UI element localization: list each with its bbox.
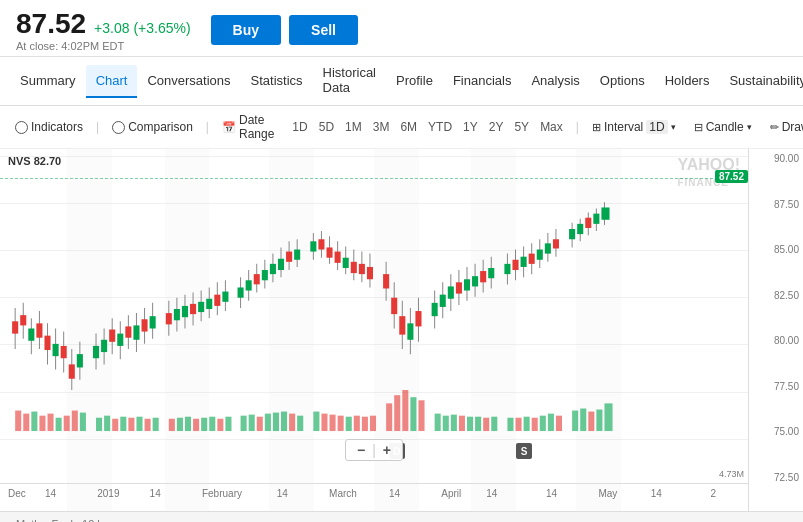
zoom-controls: − | + bbox=[345, 439, 403, 461]
svg-rect-194 bbox=[580, 408, 586, 431]
svg-rect-135 bbox=[39, 416, 45, 431]
range-1d[interactable]: 1D bbox=[287, 119, 312, 135]
buy-sell-buttons: Buy Sell bbox=[211, 15, 358, 45]
svg-rect-179 bbox=[443, 416, 449, 431]
svg-rect-53 bbox=[246, 280, 252, 290]
svg-rect-164 bbox=[297, 416, 303, 431]
svg-rect-176 bbox=[410, 397, 416, 431]
y-label-90: 90.00 bbox=[753, 153, 799, 164]
draw-btn[interactable]: ✏ Draw bbox=[765, 118, 803, 136]
svg-rect-5 bbox=[28, 328, 34, 340]
svg-rect-192 bbox=[556, 416, 562, 431]
tab-financials[interactable]: Financials bbox=[443, 65, 522, 98]
svg-rect-140 bbox=[80, 413, 86, 431]
svg-rect-67 bbox=[310, 241, 316, 251]
range-ytd[interactable]: YTD bbox=[423, 119, 457, 135]
y-axis: 90.00 87.50 85.00 82.50 80.00 77.50 75.0… bbox=[748, 149, 803, 511]
nav-tabs: Summary Chart Conversations Statistics H… bbox=[0, 57, 803, 106]
tab-analysis[interactable]: Analysis bbox=[521, 65, 589, 98]
toolbar: Indicators | Comparison | 📅 Date Range 1… bbox=[0, 106, 803, 149]
price-change: +3.08 (+3.65%) bbox=[94, 20, 191, 36]
svg-rect-107 bbox=[488, 268, 494, 278]
chart-main[interactable]: YAHOO!FINANCE NVS 82.70 87.52 bbox=[0, 149, 748, 511]
tab-statistics[interactable]: Statistics bbox=[241, 65, 313, 98]
range-3m[interactable]: 3M bbox=[368, 119, 395, 135]
draw-icon: ✏ bbox=[770, 121, 779, 134]
svg-rect-87 bbox=[399, 316, 405, 334]
svg-rect-103 bbox=[472, 276, 478, 286]
candlestick-chart bbox=[0, 149, 748, 457]
svg-rect-91 bbox=[415, 311, 421, 326]
range-max[interactable]: Max bbox=[535, 119, 568, 135]
tab-profile[interactable]: Profile bbox=[386, 65, 443, 98]
tab-conversations[interactable]: Conversations bbox=[137, 65, 240, 98]
date-range-btn[interactable]: 📅 Date Range bbox=[217, 111, 279, 143]
x-label-14d: 14 bbox=[389, 488, 400, 499]
svg-rect-161 bbox=[273, 413, 279, 431]
svg-rect-144 bbox=[120, 417, 126, 431]
svg-rect-13 bbox=[61, 346, 67, 358]
comparison-btn[interactable]: Comparison bbox=[107, 118, 198, 136]
svg-rect-174 bbox=[394, 395, 400, 431]
range-6m[interactable]: 6M bbox=[395, 119, 422, 135]
svg-rect-39 bbox=[182, 306, 188, 317]
svg-rect-155 bbox=[217, 419, 223, 431]
svg-rect-142 bbox=[104, 416, 110, 431]
svg-rect-181 bbox=[459, 416, 465, 431]
tab-options[interactable]: Options bbox=[590, 65, 655, 98]
svg-rect-97 bbox=[448, 286, 454, 298]
svg-rect-43 bbox=[198, 302, 204, 312]
zoom-plus-btn[interactable]: + bbox=[380, 442, 394, 458]
svg-rect-169 bbox=[346, 417, 352, 431]
svg-rect-95 bbox=[440, 295, 446, 307]
x-label-14a: 14 bbox=[45, 488, 56, 499]
tab-summary[interactable]: Summary bbox=[10, 65, 86, 98]
indicators-btn[interactable]: Indicators bbox=[10, 118, 88, 136]
svg-rect-41 bbox=[190, 304, 196, 314]
svg-rect-33 bbox=[150, 316, 156, 328]
svg-rect-187 bbox=[516, 418, 522, 431]
tab-historical[interactable]: Historical Data bbox=[313, 57, 386, 105]
svg-rect-151 bbox=[185, 417, 191, 431]
buy-button[interactable]: Buy bbox=[211, 15, 281, 45]
svg-rect-156 bbox=[225, 417, 231, 431]
y-label-725: 72.50 bbox=[753, 472, 799, 483]
svg-rect-17 bbox=[77, 354, 83, 367]
tab-sustainability[interactable]: Sustainability bbox=[719, 65, 803, 98]
svg-rect-21 bbox=[101, 340, 107, 352]
marker-s: S bbox=[516, 443, 532, 459]
svg-rect-146 bbox=[136, 417, 142, 431]
svg-rect-117 bbox=[537, 250, 543, 260]
interval-btn[interactable]: ⊞ Interval 1D ▾ bbox=[587, 118, 681, 136]
interval-icon: ⊞ bbox=[592, 121, 601, 134]
range-5d[interactable]: 5D bbox=[314, 119, 339, 135]
svg-rect-159 bbox=[257, 417, 263, 431]
x-label-14f: 14 bbox=[546, 488, 557, 499]
sell-button[interactable]: Sell bbox=[289, 15, 358, 45]
svg-rect-148 bbox=[153, 418, 159, 431]
svg-rect-59 bbox=[270, 264, 276, 274]
svg-rect-125 bbox=[577, 224, 583, 234]
svg-rect-121 bbox=[553, 239, 559, 248]
range-1y[interactable]: 1Y bbox=[458, 119, 483, 135]
tab-holders[interactable]: Holders bbox=[655, 65, 720, 98]
candle-btn[interactable]: ⊟ Candle ▾ bbox=[689, 118, 757, 136]
svg-rect-71 bbox=[326, 247, 332, 257]
svg-rect-196 bbox=[596, 410, 602, 432]
range-1m[interactable]: 1M bbox=[340, 119, 367, 135]
svg-rect-138 bbox=[64, 416, 70, 431]
svg-rect-47 bbox=[214, 295, 220, 306]
svg-rect-63 bbox=[286, 252, 292, 262]
range-2y[interactable]: 2Y bbox=[484, 119, 509, 135]
tab-chart[interactable]: Chart bbox=[86, 65, 138, 98]
range-5y[interactable]: 5Y bbox=[509, 119, 534, 135]
svg-rect-175 bbox=[402, 390, 408, 431]
svg-rect-134 bbox=[31, 412, 37, 431]
svg-rect-77 bbox=[351, 262, 357, 273]
svg-rect-123 bbox=[569, 229, 575, 239]
zoom-minus-btn[interactable]: − bbox=[354, 442, 368, 458]
svg-rect-139 bbox=[72, 411, 78, 432]
svg-rect-137 bbox=[56, 418, 62, 431]
svg-rect-49 bbox=[222, 292, 228, 302]
svg-rect-105 bbox=[480, 271, 486, 282]
